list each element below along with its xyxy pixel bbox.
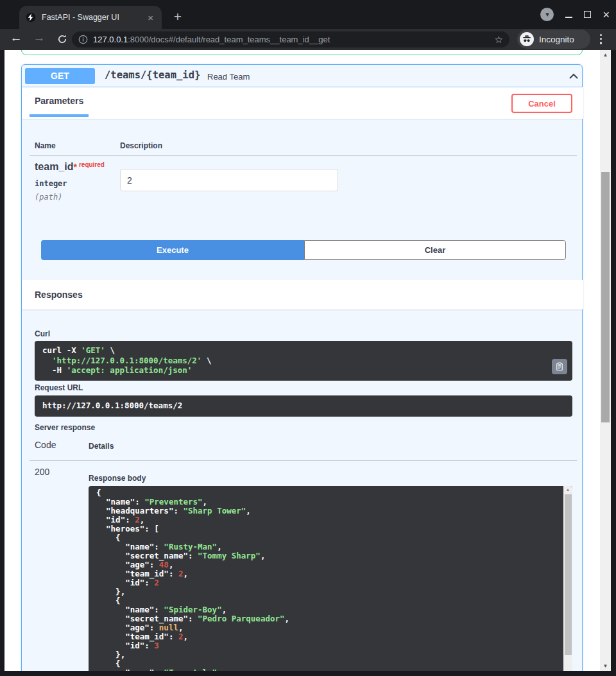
column-header-code: Code <box>35 440 56 450</box>
scroll-down-icon[interactable]: ▼ <box>600 663 611 669</box>
code-line: "name": "Spider-Boy", <box>96 605 565 614</box>
url-path: :8000/docs#/default/read_team_teams__tea… <box>128 35 330 44</box>
incognito-badge: Incognito <box>517 30 590 49</box>
table-divider <box>30 460 577 461</box>
code-line: { <box>96 596 565 605</box>
parameters-tab-underline <box>30 114 89 117</box>
new-tab-button[interactable]: + <box>169 8 186 25</box>
required-asterisk: * <box>73 162 76 172</box>
curl-command-block: curl -X 'GET' \ 'http://127.0.0.1:8000/t… <box>35 341 572 381</box>
response-body-scrollbar[interactable]: ▲ <box>563 486 572 671</box>
code-line: "age": null, <box>96 623 565 632</box>
responses-title: Responses <box>35 290 83 300</box>
code-line: { <box>96 659 565 668</box>
code-line: "age": 48, <box>96 560 565 569</box>
code-line: "name": "Tarantula", <box>96 668 565 671</box>
response-json: { "name": "Preventers", "headquarters": … <box>96 489 565 671</box>
code-line: "id": 2 <box>96 578 565 587</box>
browser-toolbar: ← → 127.0.0.1:8000/docs#/default/read_te… <box>0 29 616 50</box>
incognito-icon <box>520 32 534 46</box>
page-viewport: GET /teams/{team_id} Read Team Parameter… <box>4 50 611 671</box>
code-line: curl -X 'GET' \ <box>42 345 565 356</box>
bookmark-star-icon[interactable]: ☆ <box>495 34 503 46</box>
tab-close-icon[interactable]: × <box>146 13 155 22</box>
copy-to-clipboard-button[interactable] <box>552 359 567 374</box>
status-code: 200 <box>35 467 49 477</box>
server-response-label: Server response <box>35 423 95 432</box>
curl-label: Curl <box>35 329 50 338</box>
browser-tab[interactable]: FastAPI - Swagger UI × <box>19 6 162 29</box>
page-scrollbar-thumb[interactable] <box>601 172 610 422</box>
code-line: "id": 2, <box>96 516 565 524</box>
back-button[interactable]: ← <box>8 31 24 45</box>
maximize-button[interactable] <box>584 11 591 18</box>
code-line: -H 'accept: application/json' <box>42 365 565 376</box>
code-line: "secret_name": "Tommy Sharp", <box>96 551 565 560</box>
table-divider <box>30 155 577 156</box>
code-line: "name": "Rusty-Man", <box>96 542 565 551</box>
execute-button[interactable]: Execute <box>41 240 304 260</box>
fastapi-favicon-icon <box>26 12 36 22</box>
column-header-name: Name <box>35 141 56 150</box>
endpoint-summary: Read Team <box>207 72 250 82</box>
collapse-chevron-icon[interactable] <box>567 70 580 85</box>
required-label: required <box>79 161 105 168</box>
response-body-label: Response body <box>89 474 146 483</box>
forward-button[interactable]: → <box>31 31 47 45</box>
previous-opblock-edge[interactable] <box>21 50 583 55</box>
tab-title: FastAPI - Swagger UI <box>42 13 146 22</box>
opblock-summary[interactable]: GET /teams/{team_id} Read Team <box>22 65 582 87</box>
code-line: "heroes": [ <box>96 524 565 533</box>
reload-button[interactable] <box>54 33 71 48</box>
tab-strip: FastAPI - Swagger UI × + ▾ × <box>0 0 616 29</box>
tab-parameters[interactable]: Parameters <box>35 96 83 106</box>
param-name: team_id*required <box>35 161 105 173</box>
request-url-value: http://127.0.0.1:8000/teams/2 <box>35 395 572 417</box>
param-type: integer <box>35 179 67 188</box>
url-bar[interactable]: 127.0.0.1:8000/docs#/default/read_team_t… <box>72 31 509 48</box>
cancel-button[interactable]: Cancel <box>511 94 572 113</box>
code-line: "name": "Preventers", <box>96 498 565 507</box>
column-header-description: Description <box>120 141 162 150</box>
opblock-get-read-team: GET /teams/{team_id} Read Team Parameter… <box>21 64 583 671</box>
titlebar-chevron-icon[interactable]: ▾ <box>540 8 554 21</box>
page-scrollbar[interactable]: ▲ ▼ <box>600 50 611 671</box>
code-line: 'http://127.0.0.1:8000/teams/2' \ <box>42 356 565 366</box>
scroll-up-icon[interactable]: ▲ <box>563 487 572 492</box>
code-line: }, <box>96 587 565 596</box>
parameters-section-header: Parameters <box>22 87 583 119</box>
page-info-icon[interactable] <box>78 35 88 44</box>
minimize-button[interactable] <box>565 12 572 18</box>
incognito-label: Incognito <box>539 35 574 44</box>
column-header-details: Details <box>89 442 114 451</box>
code-line: "id": 3 <box>96 641 565 650</box>
code-line: "secret_name": "Pedro Parqueador", <box>96 614 565 623</box>
window-controls: ▾ × <box>540 8 610 21</box>
param-location: (path) <box>35 193 62 202</box>
url-host: 127.0.0.1 <box>93 35 128 44</box>
response-body-block: { "name": "Preventers", "headquarters": … <box>89 486 572 671</box>
code-line: { <box>96 533 565 542</box>
clear-button[interactable]: Clear <box>304 240 566 260</box>
method-badge: GET <box>25 68 95 84</box>
code-line: }, <box>96 650 565 659</box>
code-line: "team_id": 2, <box>96 632 565 641</box>
close-window-button[interactable]: × <box>603 10 610 20</box>
response-scrollbar-thumb[interactable] <box>565 494 572 655</box>
code-line: { <box>96 489 565 498</box>
browser-window: FastAPI - Swagger UI × + ▾ × ← → 127.0.0… <box>0 0 616 676</box>
team-id-input[interactable] <box>120 169 338 191</box>
browser-menu-icon[interactable] <box>598 32 604 46</box>
responses-section-header <box>22 280 583 309</box>
endpoint-path: /teams/{team_id} <box>105 69 200 81</box>
request-url-label: Request URL <box>35 383 83 392</box>
code-line: "headquarters": "Sharp Tower", <box>96 507 565 516</box>
code-line: "team_id": 2, <box>96 569 565 578</box>
scroll-up-icon[interactable]: ▲ <box>600 52 611 58</box>
url-text: 127.0.0.1:8000/docs#/default/read_team_t… <box>93 35 495 44</box>
